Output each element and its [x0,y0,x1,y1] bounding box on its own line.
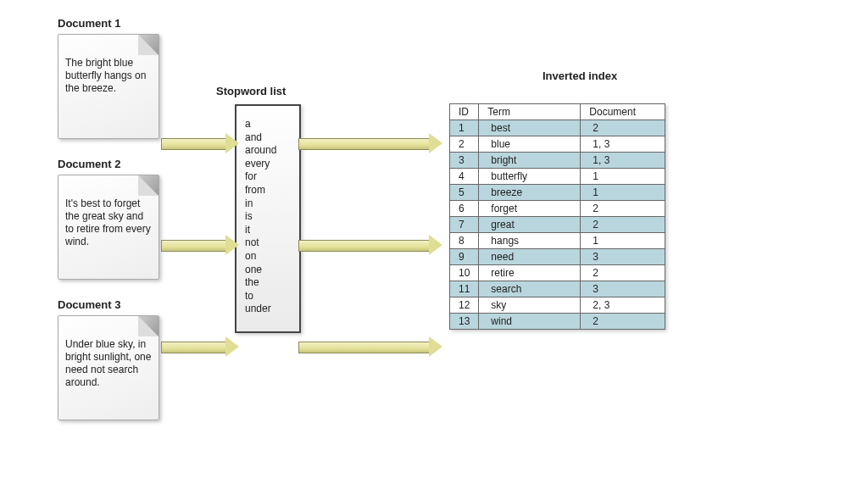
stopword-item: one [245,264,291,277]
stopword-item: from [245,184,291,197]
cell-doc: 1 [581,185,665,201]
document-label: Document 2 [58,158,120,170]
arrow-stoplist-to-index [298,136,442,151]
cell-doc: 2 [581,217,665,233]
cell-doc: 3 [581,249,665,265]
table-row: 10retire2 [450,265,665,281]
table-row: 9need3 [450,249,665,265]
arrow-stoplist-to-index [298,237,442,253]
stopword-list-label: Stopword list [216,85,286,97]
cell-id: 3 [450,153,479,169]
cell-doc: 2 [581,201,665,217]
cell-term: forget [479,201,581,217]
cell-id: 1 [450,120,479,136]
table-row: 12sky2, 3 [450,297,665,314]
cell-doc: 1, 3 [581,136,665,153]
document-card: Under blue sky, in bright sunlight, one … [58,315,159,420]
cell-doc: 2 [581,314,665,330]
table-row: 5breeze1 [450,185,665,201]
arrow-doc-to-stoplist [161,136,239,151]
stopword-item: on [245,250,291,264]
cell-id: 9 [450,249,479,265]
cell-id: 2 [450,136,479,153]
table-row: 11search3 [450,281,665,297]
cell-id: 13 [450,314,479,330]
table-row: 1best2 [450,120,665,136]
cell-term: best [479,120,581,136]
cell-term: butterfly [479,169,581,185]
cell-doc: 3 [581,281,665,297]
document-text: Under blue sky, in bright sunlight, one … [65,338,152,389]
col-term: Term [479,104,581,120]
table-row: 2blue1, 3 [450,136,665,153]
table-row: 3bright1, 3 [450,153,665,169]
document-card: The bright blue butterfly hangs on the b… [58,34,159,139]
cell-id: 6 [450,201,479,217]
stopword-item: for [245,170,291,184]
table-row: 8hangs1 [450,233,665,249]
cell-id: 11 [450,281,479,297]
cell-doc: 2 [581,120,665,136]
table-row: 6forget2 [450,201,665,217]
cell-id: 4 [450,169,479,185]
stopword-item: it [245,224,291,237]
stopword-item: a [245,118,291,131]
cell-term: great [479,217,581,233]
cell-term: search [479,281,581,297]
cell-term: sky [479,297,581,314]
cell-doc: 1 [581,169,665,185]
stopword-item: is [245,210,291,224]
document-label: Document 1 [58,17,120,30]
table-row: 7great2 [450,217,665,233]
arrow-doc-to-stoplist [161,339,239,354]
col-doc: Document [581,104,665,120]
cell-term: bright [479,153,581,169]
document-label: Document 3 [58,298,120,311]
cell-term: breeze [479,185,581,201]
document-text: The bright blue butterfly hangs on the b… [65,57,152,95]
stopword-item: and [245,131,291,145]
stopword-list-box: aandaroundeveryforfrominisitnotononethet… [235,104,301,333]
stopword-item: in [245,197,291,211]
document-text: It's best to forget the great sky and to… [65,197,152,248]
cell-term: blue [479,136,581,153]
inverted-index-table: ID Term Document 1best22blue1, 33bright1… [449,103,665,330]
arrow-doc-to-stoplist [161,237,239,253]
inverted-index-label: Inverted index [542,69,617,82]
cell-doc: 1, 3 [581,153,665,169]
table-row: 4butterfly1 [450,169,665,185]
cell-id: 8 [450,233,479,249]
stopword-item: the [245,276,291,290]
cell-term: wind [479,314,581,330]
cell-id: 12 [450,297,479,314]
cell-doc: 2 [581,265,665,281]
cell-term: retire [479,265,581,281]
stopword-item: around [245,144,291,158]
col-id: ID [450,104,479,120]
stopword-item: every [245,158,291,171]
cell-doc: 2, 3 [581,297,665,314]
cell-doc: 1 [581,233,665,249]
cell-id: 10 [450,265,479,281]
stopword-item: under [245,303,291,316]
arrow-stoplist-to-index [298,339,442,354]
cell-term: need [479,249,581,265]
document-card: It's best to forget the great sky and to… [58,175,159,280]
cell-id: 5 [450,185,479,201]
diagram-stage: Document 1The bright blue butterfly hang… [0,0,868,478]
stopword-item: not [245,236,291,250]
cell-term: hangs [479,233,581,249]
stopword-item: to [245,290,291,303]
table-row: 13wind2 [450,314,665,330]
cell-id: 7 [450,217,479,233]
